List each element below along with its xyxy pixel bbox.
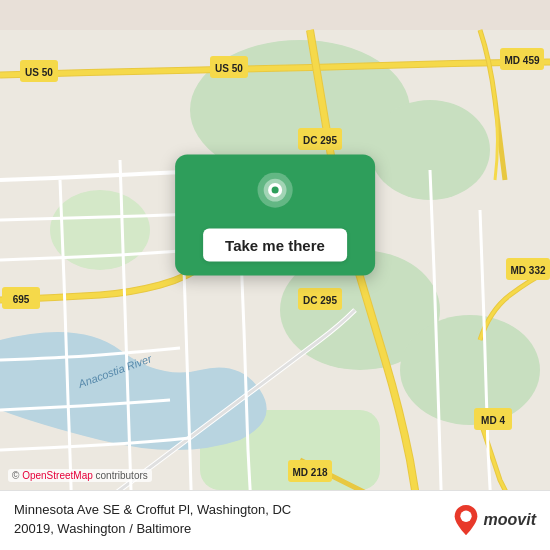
moovit-brand-text: moovit <box>484 511 536 529</box>
osm-link[interactable]: OpenStreetMap <box>22 470 93 481</box>
svg-text:DC 295: DC 295 <box>303 295 337 306</box>
bottom-bar: Minnesota Ave SE & Croffut Pl, Washingto… <box>0 490 550 550</box>
map-background: US 50 US 50 MD 459 DC 295 DC 295 MD 332 … <box>0 0 550 550</box>
map-container: US 50 US 50 MD 459 DC 295 DC 295 MD 332 … <box>0 0 550 550</box>
location-card: Take me there <box>175 154 375 275</box>
svg-text:MD 332: MD 332 <box>510 265 545 276</box>
take-me-there-button[interactable]: Take me there <box>203 228 347 261</box>
svg-point-5 <box>400 315 540 425</box>
location-pin-icon <box>253 172 297 216</box>
svg-text:DC 295: DC 295 <box>303 135 337 146</box>
svg-point-30 <box>460 510 471 521</box>
svg-text:MD 218: MD 218 <box>292 467 327 478</box>
svg-text:US 50: US 50 <box>25 67 53 78</box>
svg-text:US 50: US 50 <box>215 63 243 74</box>
svg-text:MD 4: MD 4 <box>481 415 505 426</box>
moovit-logo[interactable]: moovit <box>452 503 536 537</box>
svg-point-29 <box>271 186 278 193</box>
address-line1: Minnesota Ave SE & Croffut Pl, Washingto… <box>14 501 442 519</box>
svg-text:695: 695 <box>13 294 30 305</box>
moovit-pin-icon <box>452 503 480 537</box>
address-line2: 20019, Washington / Baltimore <box>14 520 442 538</box>
svg-text:MD 459: MD 459 <box>504 55 539 66</box>
osm-attribution: © OpenStreetMap contributors <box>8 469 152 482</box>
address-container: Minnesota Ave SE & Croffut Pl, Washingto… <box>14 501 442 537</box>
